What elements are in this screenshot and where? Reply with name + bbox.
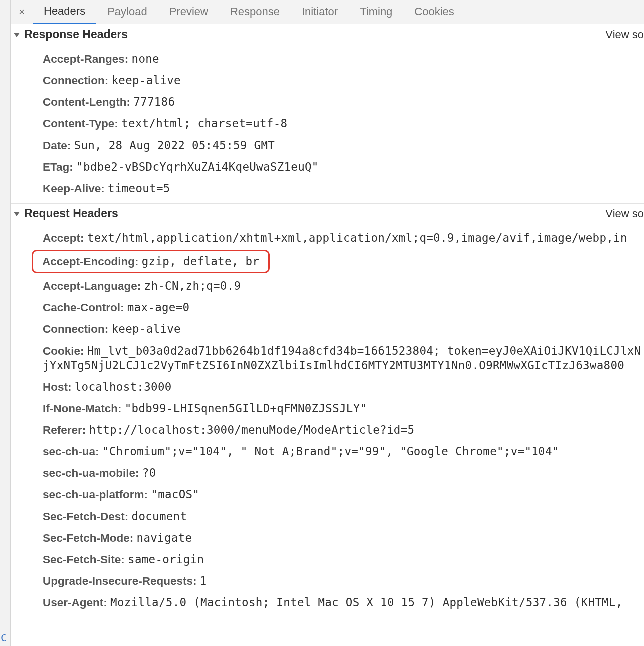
header-name: Connection (43, 323, 112, 336)
header-row: Content-Length777186 (11, 92, 644, 113)
header-value: Hm_lvt_b03a0d2ad71bb6264b1df194a8cfd34b=… (43, 344, 641, 372)
header-value: 777186 (134, 96, 175, 108)
header-value: timeout=5 (108, 182, 170, 195)
close-icon: × (19, 6, 25, 18)
header-row: Accepttext/html,application/xhtml+xml,ap… (11, 228, 644, 249)
header-name: Content-Type (43, 118, 122, 130)
section-title: Response Headers (24, 28, 128, 42)
header-value: navigate (137, 532, 192, 544)
gutter-marker: C (1, 632, 7, 644)
header-name: Accept-Encoding (42, 256, 142, 268)
header-row: Keep-Alivetimeout=5 (11, 178, 644, 200)
header-row: ETag"bdbe2-vBSDcYqrhXuZAi4KqeUwaSZ1euQ" (11, 156, 644, 178)
header-row: Upgrade-Insecure-Requests1 (11, 570, 644, 592)
header-value: text/html; charset=utf-8 (122, 117, 288, 130)
header-name: sec-ch-ua-platform (43, 488, 151, 501)
header-value: keep-alive (112, 322, 181, 336)
headers-panel: Response Headers View so Accept-Rangesno… (11, 24, 644, 646)
header-name: Referer (43, 424, 90, 436)
tab-initiator[interactable]: Initiator (291, 0, 349, 24)
disclosure-triangle-icon (14, 33, 20, 38)
highlighted-header: Accept-Encodinggzip, deflate, br (32, 250, 270, 274)
header-value: max-age=0 (128, 301, 190, 314)
header-value: same-origin (128, 553, 204, 566)
header-row: Connectionkeep-alive (11, 70, 644, 92)
tab-bar: × Headers Payload Preview Response Initi… (11, 0, 644, 24)
header-row: Connectionkeep-alive (11, 318, 644, 340)
header-value: document (132, 510, 188, 523)
header-row: Sec-Fetch-Destdocument (11, 506, 644, 528)
header-row: Refererhttp://localhost:3000/menuMode/Mo… (11, 420, 644, 441)
header-name: Sec-Fetch-Site (43, 554, 128, 566)
header-row: Cache-Controlmax-age=0 (11, 297, 644, 318)
tab-preview[interactable]: Preview (158, 0, 220, 24)
header-row: Hostlocalhost:3000 (11, 376, 644, 398)
header-name: Connection (43, 74, 112, 87)
header-row: sec-ch-ua"Chromium";v="104", " Not A;Bra… (11, 441, 644, 462)
header-value: "macOS" (151, 488, 200, 501)
response-headers-header[interactable]: Response Headers View so (11, 24, 644, 46)
request-headers-list: Accepttext/html,application/xhtml+xml,ap… (11, 224, 644, 618)
header-name: Content-Length (43, 96, 134, 108)
header-name: User-Agent (43, 596, 110, 609)
left-gutter: C (0, 0, 11, 646)
header-value: http://localhost:3000/menuMode/ModeArtic… (90, 424, 415, 436)
response-headers-list: Accept-RangesnoneConnectionkeep-aliveCon… (11, 46, 644, 204)
header-name: If-None-Match (43, 402, 125, 415)
tab-cookies[interactable]: Cookies (404, 0, 465, 24)
header-row: Accept-Encodinggzip, deflate, br (42, 254, 260, 269)
header-row: Accept-Rangesnone (11, 48, 644, 70)
header-name: sec-ch-ua-mobile (43, 467, 142, 480)
tab-response[interactable]: Response (220, 0, 291, 24)
tab-label: Response (230, 6, 280, 18)
header-value: "bdb99-LHISqnen5GIlLD+qFMN0ZJSSJLY" (125, 402, 368, 415)
header-name: Accept-Language (43, 280, 144, 292)
header-value: ?0 (142, 466, 156, 480)
tab-label: Timing (360, 6, 392, 18)
tab-label: Cookies (414, 6, 454, 18)
section-title: Request Headers (24, 207, 118, 220)
header-name: Accept (43, 232, 88, 244)
header-name: Sec-Fetch-Dest (43, 510, 132, 523)
header-name: Date (43, 140, 74, 152)
tab-payload[interactable]: Payload (96, 0, 158, 24)
header-value: gzip, deflate, br (142, 255, 260, 268)
tab-headers[interactable]: Headers (33, 0, 96, 25)
header-row: Accept-Languagezh-CN,zh;q=0.9 (11, 276, 644, 297)
header-name: Keep-Alive (43, 182, 108, 195)
header-row: Content-Typetext/html; charset=utf-8 (11, 113, 644, 134)
view-source-link[interactable]: View so (606, 28, 644, 42)
header-row: User-AgentMozilla/5.0 (Macintosh; Intel … (11, 592, 644, 614)
header-name: Cookie (43, 345, 88, 358)
header-value: localhost:3000 (75, 380, 172, 394)
header-value: "Chromium";v="104", " Not A;Brand";v="99… (102, 445, 560, 458)
header-name: Upgrade-Insecure-Requests (43, 575, 200, 588)
header-row: sec-ch-ua-platform"macOS" (11, 484, 644, 506)
header-name: Host (43, 381, 75, 394)
disclosure-triangle-icon (14, 212, 20, 216)
header-value: zh-CN,zh;q=0.9 (144, 280, 242, 292)
header-value: 1 (200, 574, 207, 588)
header-name: ETag (43, 161, 76, 174)
header-row: Sec-Fetch-Modenavigate (11, 528, 644, 549)
tab-label: Preview (170, 6, 208, 18)
header-name: Accept-Ranges (43, 53, 132, 66)
header-row: DateSun, 28 Aug 2022 05:45:59 GMT (11, 135, 644, 156)
header-row: Sec-Fetch-Sitesame-origin (11, 549, 644, 570)
header-name: Cache-Control (43, 302, 128, 314)
tab-timing[interactable]: Timing (349, 0, 404, 24)
header-name: Sec-Fetch-Mode (43, 532, 137, 544)
view-source-link[interactable]: View so (606, 208, 644, 220)
header-row: If-None-Match"bdb99-LHISqnen5GIlLD+qFMN0… (11, 398, 644, 420)
request-headers-header[interactable]: Request Headers View so (11, 204, 644, 224)
close-button[interactable]: × (11, 0, 33, 24)
header-value: "bdbe2-vBSDcYqrhXuZAi4KqeUwaSZ1euQ" (76, 160, 319, 174)
header-value: Mozilla/5.0 (Macintosh; Intel Mac OS X 1… (110, 596, 623, 609)
header-value: none (132, 52, 160, 66)
header-name: sec-ch-ua (43, 446, 102, 458)
header-row: sec-ch-ua-mobile?0 (11, 462, 644, 484)
header-value: keep-alive (112, 74, 181, 87)
header-value: text/html,application/xhtml+xml,applicat… (88, 232, 628, 244)
header-row: CookieHm_lvt_b03a0d2ad71bb6264b1df194a8c… (11, 340, 644, 376)
tab-label: Headers (44, 5, 86, 18)
